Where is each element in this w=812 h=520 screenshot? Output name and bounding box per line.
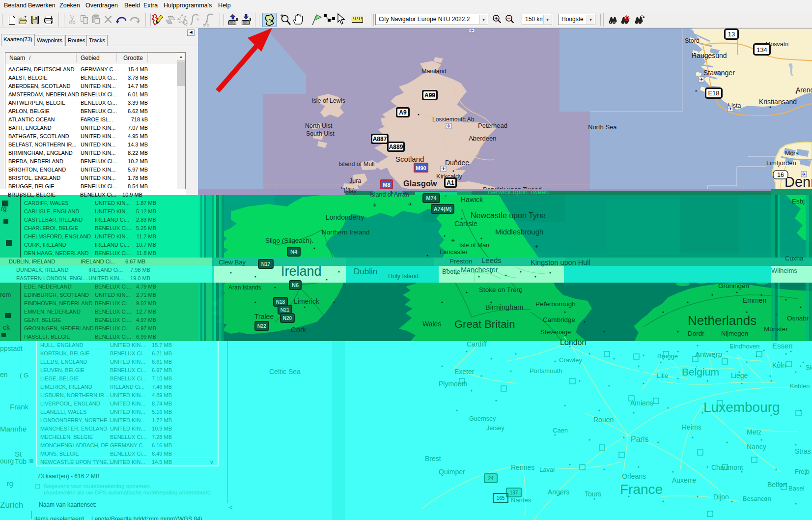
svg-text:A74(M): A74(M) xyxy=(434,206,452,212)
svg-text:A889: A889 xyxy=(389,144,403,150)
svg-text:✈: ✈ xyxy=(408,202,412,207)
svg-text:N20: N20 xyxy=(283,316,292,321)
svg-text:✈: ✈ xyxy=(451,238,455,243)
svg-text:165: 165 xyxy=(497,495,505,501)
svg-text:N17: N17 xyxy=(261,261,271,267)
svg-text:✈: ✈ xyxy=(441,166,445,172)
svg-text:✈: ✈ xyxy=(802,172,806,177)
svg-text:M8: M8 xyxy=(383,182,390,188)
svg-text:✈: ✈ xyxy=(447,123,450,129)
svg-text:A9: A9 xyxy=(399,109,407,116)
svg-text:M90: M90 xyxy=(416,165,426,171)
svg-text:13: 13 xyxy=(728,30,735,38)
svg-text:24: 24 xyxy=(488,476,494,481)
svg-text:✈: ✈ xyxy=(699,77,703,82)
svg-text:16: 16 xyxy=(777,172,784,178)
svg-text:A887: A887 xyxy=(373,136,387,143)
svg-text:N22: N22 xyxy=(257,323,267,329)
svg-text:✈: ✈ xyxy=(728,106,732,112)
svg-text:134: 134 xyxy=(756,46,767,54)
svg-text:✈: ✈ xyxy=(373,202,377,208)
svg-text:E18: E18 xyxy=(708,89,719,97)
svg-text:✈: ✈ xyxy=(534,244,538,249)
svg-text:N6: N6 xyxy=(292,282,299,288)
svg-text:A1: A1 xyxy=(447,179,454,186)
svg-text:✈: ✈ xyxy=(470,29,474,33)
svg-text:N21: N21 xyxy=(280,307,290,313)
svg-text:N4: N4 xyxy=(290,249,298,255)
svg-text:M74: M74 xyxy=(426,195,437,201)
svg-text:A99: A99 xyxy=(424,92,435,99)
svg-text:137: 137 xyxy=(510,490,518,495)
svg-text:N18: N18 xyxy=(276,299,285,305)
